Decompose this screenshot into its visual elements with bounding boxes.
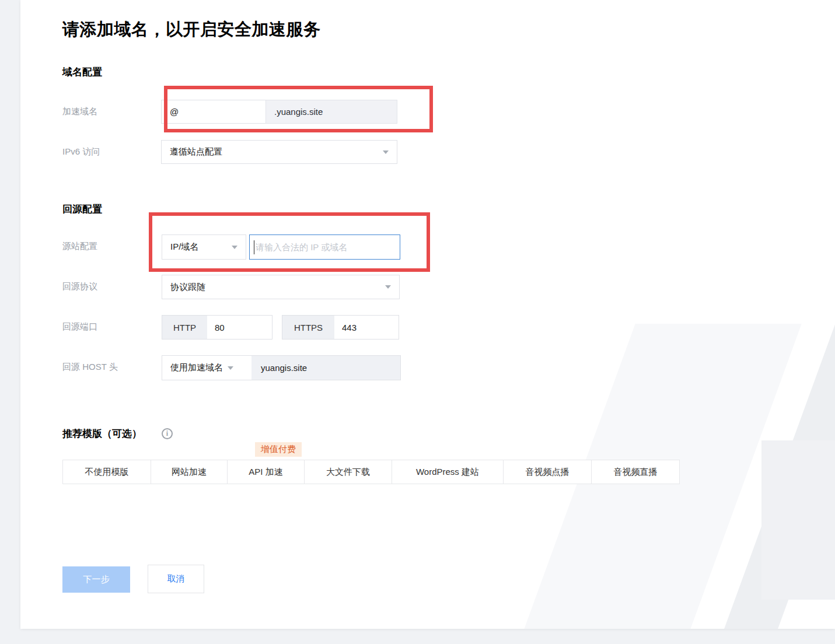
- origin-config-heading: 回源配置: [62, 202, 102, 216]
- ipv6-label: IPv6 访问: [62, 146, 100, 158]
- https-port-input[interactable]: [334, 316, 399, 339]
- origin-host-label: 回源 HOST 头: [62, 362, 118, 373]
- host-mode-dropdown[interactable]: 使用加速域名: [162, 356, 251, 380]
- next-step-button[interactable]: 下一步: [62, 566, 130, 593]
- page-title: 请添加域名，以开启安全加速服务: [62, 18, 321, 41]
- domain-config-heading: 域名配置: [62, 65, 102, 79]
- http-port-input[interactable]: [207, 316, 272, 339]
- origin-host-group: 使用加速域名 yuangis.site: [162, 355, 401, 380]
- template-tab-row: 不使用模版 网站加速 API 加速 大文件下载 WordPress 建站 音视频…: [62, 460, 680, 484]
- tab-website-accel[interactable]: 网站加速: [151, 460, 228, 484]
- tab-api-accel[interactable]: API 加速: [228, 460, 305, 484]
- origin-protocol-dropdown[interactable]: 协议跟随: [162, 275, 400, 299]
- tab-video-on-demand[interactable]: 音视频点播: [504, 460, 592, 484]
- tab-live-streaming[interactable]: 音视频直播: [592, 460, 680, 484]
- info-icon[interactable]: i: [162, 428, 173, 439]
- host-value: yuangis.site: [251, 356, 400, 380]
- origin-protocol-value: 协议跟随: [170, 282, 385, 293]
- origin-type-value: IP/域名: [170, 242, 232, 253]
- ipv6-dropdown[interactable]: 遵循站点配置: [161, 140, 397, 164]
- template-heading: 推荐模版（可选）: [62, 427, 142, 440]
- origin-protocol-label: 回源协议: [62, 281, 97, 292]
- host-mode-value: 使用加速域名: [170, 362, 223, 373]
- content-card: [20, 0, 835, 629]
- domain-suffix: .yuangis.site: [265, 100, 397, 124]
- chevron-down-icon: [383, 150, 389, 154]
- cancel-button[interactable]: 取消: [148, 565, 204, 593]
- http-port-group: HTTP: [162, 315, 272, 340]
- accel-domain-label: 加速域名: [62, 106, 97, 117]
- https-port-group: HTTPS: [282, 315, 399, 340]
- chevron-down-icon: [228, 366, 233, 370]
- https-port-prefix: HTTPS: [282, 316, 334, 339]
- origin-address-input[interactable]: [249, 235, 400, 260]
- accel-domain-input[interactable]: [161, 100, 266, 124]
- origin-server-label: 源站配置: [62, 241, 97, 252]
- tab-large-file[interactable]: 大文件下载: [305, 460, 392, 484]
- tab-no-template[interactable]: 不使用模版: [63, 460, 151, 484]
- chevron-down-icon: [232, 246, 237, 249]
- background-decoration: [761, 440, 835, 600]
- paid-addon-badge: 增值付费: [255, 442, 302, 457]
- add-domain-page: 请添加域名，以开启安全加速服务 域名配置 加速域名 .yuangis.site …: [0, 0, 835, 644]
- http-port-prefix: HTTP: [162, 316, 207, 339]
- tab-wordpress[interactable]: WordPress 建站: [392, 460, 504, 484]
- text-caret: [254, 240, 254, 254]
- origin-port-label: 回源端口: [62, 321, 97, 332]
- chevron-down-icon: [385, 285, 391, 289]
- origin-type-dropdown[interactable]: IP/域名: [162, 235, 246, 260]
- ipv6-dropdown-value: 遵循站点配置: [170, 146, 383, 158]
